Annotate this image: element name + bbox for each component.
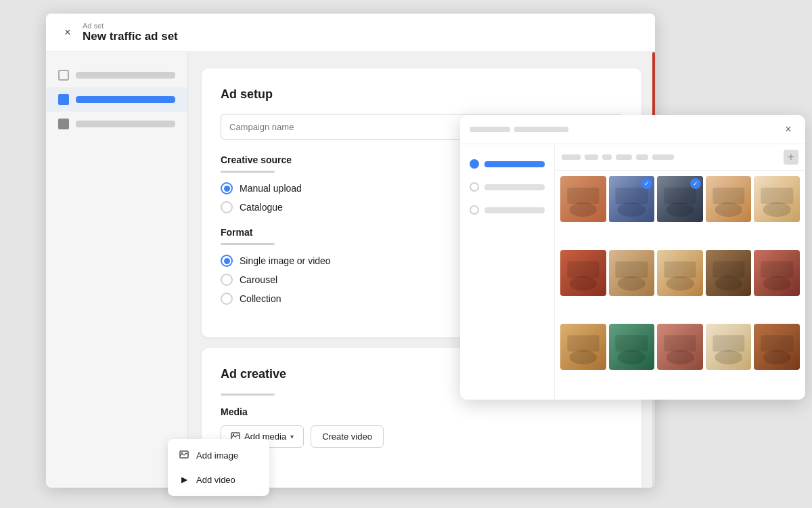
creative-source-divider [221,171,275,173]
radio-carousel-circle [221,274,233,286]
media-label: Media [221,406,623,417]
radio-collection-label: Collection [240,293,281,304]
format-divider [221,243,275,245]
picker-toolbar-item-3 [602,154,612,160]
picker-header: × [460,115,805,144]
picker-toolbar-item-4 [616,154,632,160]
add-image-icon [179,450,189,461]
picker-image-thumb-1 [560,176,606,222]
radio-single-circle [221,255,233,267]
sidebar-item-bar [76,72,175,79]
picker-image-1[interactable] [560,176,606,222]
modal-header: × Ad set New traffic ad set [46,14,655,52]
radio-collection-circle [221,293,233,305]
picker-image-thumb-9 [706,250,752,296]
dropdown-arrow: ▾ [290,433,294,440]
image-picker-panel: × [460,115,805,400]
picker-sidebar-bar-3 [484,207,545,213]
radio-manual-label: Manual upload [240,183,302,194]
sidebar-item-folder[interactable] [46,63,187,87]
radio-catalogue-circle [221,201,233,213]
picker-radio-2 [470,182,479,192]
picker-image-14[interactable] [706,324,752,370]
radio-carousel-label: Carousel [240,274,277,285]
picker-header-bar-1 [470,127,510,132]
picker-toolbar: + [555,144,805,171]
picker-plus-button[interactable]: + [784,150,798,165]
picker-image-2[interactable]: ✓ [609,176,655,222]
picker-image-9[interactable] [706,250,752,296]
radio-manual-circle [221,182,233,194]
svg-point-1 [233,433,234,435]
ad-setup-title: Ad setup [221,87,623,102]
sidebar [46,52,188,488]
picker-image-grid: ✓ ✓ [555,171,805,400]
folder-icon [58,70,69,81]
picker-body: + ✓ ✓ [460,144,805,400]
dropdown-add-video-label: Add video [196,475,235,485]
sidebar-item-grid[interactable] [46,87,187,112]
picker-radio-selected [470,159,479,169]
ad-creative-divider [221,394,275,396]
picker-image-15[interactable] [754,324,800,370]
picker-toolbar-item-2 [585,154,598,160]
grid-icon [58,94,69,105]
picker-image-thumb-11 [560,324,606,370]
radio-catalogue-label: Catalogue [240,202,283,213]
picker-image-thumb-10 [754,250,800,296]
picker-image-thumb-7 [609,250,655,296]
svg-point-3 [181,452,183,454]
picker-image-8[interactable] [657,250,703,296]
picker-sidebar-bar-active [484,161,545,167]
picker-header-bar-2 [514,127,568,132]
picker-toolbar-item-1 [562,154,581,160]
dropdown-add-image-label: Add image [196,450,238,461]
picker-image-thumb-15 [754,324,800,370]
picker-sidebar-bar-2 [484,184,545,190]
square-icon [58,119,69,129]
sidebar-item-bar-active [76,96,175,103]
picker-image-thumb-13 [657,324,703,370]
picker-close-button[interactable]: × [781,122,796,137]
sidebar-item-bar-2 [76,121,175,127]
picker-image-13[interactable] [657,324,703,370]
picker-sidebar-item-3[interactable] [460,198,554,221]
picker-image-thumb-5 [754,176,800,222]
add-video-icon: ▶ [179,474,189,485]
picker-image-thumb-4 [706,176,752,222]
picker-image-thumb-8 [657,250,703,296]
picker-radio-3 [470,205,479,215]
picker-toolbar-item-5 [636,154,648,160]
picker-sidebar-item-1[interactable] [460,152,554,175]
media-section: Media Add media ▾ Create vi [221,406,623,448]
modal-header-title: New traffic ad set [83,30,178,43]
add-media-dropdown: Add image ▶ Add video [168,439,269,496]
picker-image-thumb-14 [706,324,752,370]
modal-header-label: Ad set [83,22,178,30]
picker-image-10[interactable] [754,250,800,296]
picker-image-6[interactable] [560,250,606,296]
picker-main: + ✓ ✓ [555,144,805,400]
create-video-button[interactable]: Create video [311,425,384,448]
picker-toolbar-item-6 [652,154,674,160]
picker-image-11[interactable] [560,324,606,370]
picker-image-4[interactable] [706,176,752,222]
sidebar-item-square[interactable] [46,112,187,136]
picker-image-7[interactable] [609,250,655,296]
picker-image-12[interactable] [609,324,655,370]
dropdown-add-video[interactable]: ▶ Add video [168,467,269,492]
picker-image-thumb-6 [560,250,606,296]
picker-image-thumb-12 [609,324,655,370]
picker-image-check-3: ✓ [690,178,701,189]
picker-sidebar-item-2[interactable] [460,175,554,198]
picker-sidebar [460,144,555,400]
media-buttons: Add media ▾ Create video [221,425,623,448]
create-video-label: Create video [322,431,372,442]
modal-close-button[interactable]: × [60,24,76,41]
picker-image-5[interactable] [754,176,800,222]
radio-single-label: Single image or video [240,255,331,266]
modal-header-text: Ad set New traffic ad set [83,22,178,43]
picker-image-3[interactable]: ✓ [657,176,703,222]
dropdown-add-image[interactable]: Add image [168,443,269,467]
